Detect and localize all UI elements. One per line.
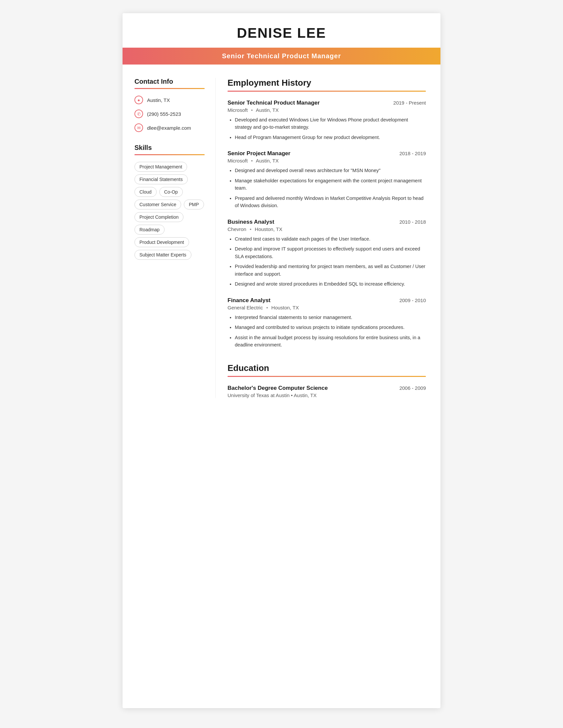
phone-icon: ✆ bbox=[134, 110, 143, 118]
education-divider bbox=[227, 376, 426, 377]
job-title: Business Analyst bbox=[227, 219, 274, 225]
edu-degree: Bachelor's Degree Computer Science bbox=[227, 385, 328, 391]
contact-phone: ✆ (290) 555-2523 bbox=[134, 110, 205, 118]
job-bullet: Provided leadership and mentoring for pr… bbox=[235, 263, 426, 278]
job-bullet: Designed and developed overall news arch… bbox=[235, 167, 426, 174]
edu-header: Bachelor's Degree Computer Science2006 -… bbox=[227, 385, 426, 391]
skills-section: Skills Project ManagementFinancial State… bbox=[134, 144, 205, 260]
job-dates: 2019 - Present bbox=[394, 100, 426, 106]
job-header: Senior Project Manager2018 - 2019 bbox=[227, 150, 426, 157]
skill-tags-container: Project ManagementFinancial StatementsCl… bbox=[134, 162, 205, 260]
header-name-section: DENISE LEE bbox=[122, 13, 441, 48]
location-icon: ● bbox=[134, 96, 143, 104]
phone-text: (290) 555-2523 bbox=[147, 111, 181, 117]
job-bullet: Assist in the annual budget process by i… bbox=[235, 334, 426, 349]
job-company: Microsoft • Austin, TX bbox=[227, 158, 426, 163]
skill-tag: PMP bbox=[184, 200, 204, 209]
full-name: DENISE LEE bbox=[122, 25, 441, 41]
job-bullet: Prepared and delivered monthly Windows i… bbox=[235, 195, 426, 209]
body-section: Contact Info ● Austin, TX ✆ (290) 555-25… bbox=[122, 65, 441, 418]
job-entry: Senior Project Manager2018 - 2019Microso… bbox=[227, 150, 426, 209]
employment-divider bbox=[227, 91, 426, 92]
skill-tag: Project Completion bbox=[134, 212, 183, 222]
job-dates: 2018 - 2019 bbox=[399, 151, 426, 156]
skill-tag: Subject Matter Experts bbox=[134, 250, 191, 260]
job-bullets-list: Developed and executed Windows Live for … bbox=[227, 116, 426, 141]
job-title: Senior Project Manager bbox=[227, 150, 291, 157]
email-text: dlee@example.com bbox=[147, 125, 191, 131]
job-header: Business Analyst2010 - 2018 bbox=[227, 219, 426, 225]
skill-tag: Co-Op bbox=[159, 187, 183, 197]
header-title-bar: Senior Technical Product Manager bbox=[122, 48, 441, 65]
resume-container: DENISE LEE Senior Technical Product Mana… bbox=[122, 13, 441, 708]
jobs-container: Senior Technical Product Manager2019 - P… bbox=[227, 100, 426, 348]
location-text: Austin, TX bbox=[147, 97, 170, 103]
job-company: Microsoft • Austin, TX bbox=[227, 107, 426, 113]
job-bullet: Created test cases to validate each page… bbox=[235, 235, 426, 243]
education-section-title: Education bbox=[227, 363, 426, 373]
job-title-header: Senior Technical Product Manager bbox=[222, 52, 341, 60]
job-dates: 2009 - 2010 bbox=[399, 297, 426, 303]
job-company: Chevron • Houston, TX bbox=[227, 226, 426, 232]
job-bullets-list: Designed and developed overall news arch… bbox=[227, 167, 426, 209]
job-entry: Senior Technical Product Manager2019 - P… bbox=[227, 100, 426, 141]
job-entry: Finance Analyst2009 - 2010General Electr… bbox=[227, 297, 426, 349]
sidebar: Contact Info ● Austin, TX ✆ (290) 555-25… bbox=[122, 78, 215, 398]
edu-container: Bachelor's Degree Computer Science2006 -… bbox=[227, 385, 426, 398]
job-entry: Business Analyst2010 - 2018Chevron • Hou… bbox=[227, 219, 426, 288]
employment-section-title: Employment History bbox=[227, 78, 426, 88]
main-content: Employment History Senior Technical Prod… bbox=[215, 78, 441, 398]
employment-section: Employment History Senior Technical Prod… bbox=[227, 78, 426, 348]
skill-tag: Customer Service bbox=[134, 200, 181, 209]
job-title: Senior Technical Product Manager bbox=[227, 100, 320, 106]
skill-tag: Cloud bbox=[134, 187, 157, 197]
skill-tag: Product Development bbox=[134, 237, 189, 247]
job-bullet: Designed and wrote stored procedures in … bbox=[235, 280, 426, 288]
job-bullet: Managed and contributed to various proje… bbox=[235, 324, 426, 331]
skills-divider bbox=[134, 154, 205, 155]
edu-school: University of Texas at Austin • Austin, … bbox=[227, 392, 426, 398]
skills-section-title: Skills bbox=[134, 144, 205, 152]
edu-dates: 2006 - 2009 bbox=[399, 385, 426, 391]
job-bullet: Develop and improve IT support processes… bbox=[235, 245, 426, 260]
job-bullets-list: Created test cases to validate each page… bbox=[227, 235, 426, 288]
job-bullet: Head of Program Management Group for new… bbox=[235, 134, 426, 141]
job-bullets-list: Interpreted financial statements to seni… bbox=[227, 314, 426, 349]
education-section: Education Bachelor's Degree Computer Sci… bbox=[227, 363, 426, 398]
job-bullet: Manage stakeholder expectations for enga… bbox=[235, 177, 426, 192]
job-header: Finance Analyst2009 - 2010 bbox=[227, 297, 426, 304]
contact-section: Contact Info ● Austin, TX ✆ (290) 555-25… bbox=[134, 78, 205, 132]
job-header: Senior Technical Product Manager2019 - P… bbox=[227, 100, 426, 106]
edu-entry: Bachelor's Degree Computer Science2006 -… bbox=[227, 385, 426, 398]
contact-divider bbox=[134, 88, 205, 89]
job-dates: 2010 - 2018 bbox=[399, 219, 426, 225]
job-title: Finance Analyst bbox=[227, 297, 270, 304]
skill-tag: Project Management bbox=[134, 162, 187, 172]
job-company: General Electric • Houston, TX bbox=[227, 305, 426, 310]
skill-tag: Roadmap bbox=[134, 225, 164, 235]
email-icon: ✉ bbox=[134, 123, 143, 132]
contact-location: ● Austin, TX bbox=[134, 96, 205, 104]
job-bullet: Developed and executed Windows Live for … bbox=[235, 116, 426, 131]
skill-tag: Financial Statements bbox=[134, 174, 188, 184]
contact-email: ✉ dlee@example.com bbox=[134, 123, 205, 132]
contact-section-title: Contact Info bbox=[134, 78, 205, 85]
job-bullet: Interpreted financial statements to seni… bbox=[235, 314, 426, 321]
